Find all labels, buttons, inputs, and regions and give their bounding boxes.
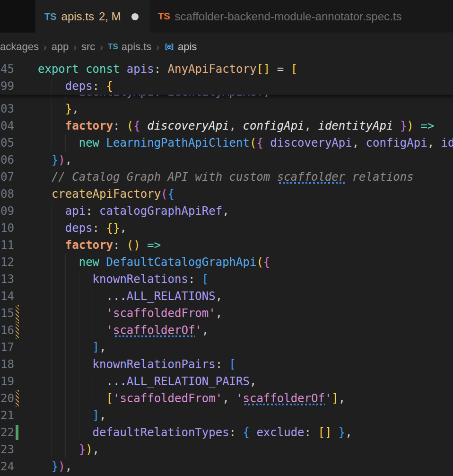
code-token[interactable]: ... [106, 373, 126, 390]
code-token[interactable]: , [72, 100, 78, 117]
code-token[interactable]: {} [106, 220, 120, 237]
code-line-content[interactable]: api: catalogGraphApiRef, [21, 203, 453, 220]
code-token[interactable]: => [147, 237, 161, 254]
code-line-content[interactable]: export const apis: AnyApiFactory[] = [ [21, 61, 453, 78]
code-line[interactable]: 99deps: { [0, 78, 453, 95]
line-number[interactable]: 12 [0, 254, 14, 271]
code-token[interactable]: catalogGraphApiRef [99, 203, 222, 220]
code-token[interactable]: [] [256, 61, 270, 78]
code-token[interactable]: exclude [256, 424, 304, 441]
code-token[interactable]: [ [291, 61, 297, 78]
git-modified-gutter-marker[interactable] [16, 322, 19, 339]
code-line-content[interactable]: ], [21, 407, 453, 424]
code-token[interactable]: : [154, 61, 168, 78]
line-number[interactable]: 03 [0, 100, 14, 117]
code-token[interactable]: } [79, 441, 86, 458]
code-token[interactable]: ) [58, 151, 65, 168]
code-line-content[interactable]: ...ALL_RELATION_PAIRS, [21, 373, 453, 390]
code-token[interactable] [99, 254, 106, 271]
code-line[interactable]: 04factory: ({ discoveryApi, configApi, i… [0, 117, 453, 134]
code-token[interactable]: , [305, 117, 318, 134]
line-number[interactable]: 45 [0, 61, 14, 78]
code-token[interactable]: const [86, 61, 120, 78]
code-token[interactable]: export [38, 61, 79, 78]
code-token[interactable]: id [441, 134, 453, 151]
line-number[interactable]: 05 [0, 134, 14, 151]
line-number[interactable]: 17 [0, 339, 14, 356]
code-line-content[interactable]: ], [21, 339, 453, 356]
code-token[interactable]: { [263, 254, 270, 271]
code-token[interactable]: 'scaffoldedFrom' [113, 390, 222, 407]
code-line-content[interactable]: defaultRelationTypes: { exclude: [] }, [21, 424, 453, 441]
code-line[interactable]: 08createApiFactory({ [0, 185, 453, 203]
code-token[interactable]: [ [106, 390, 113, 407]
code-token[interactable]: ( [250, 134, 256, 151]
code-token[interactable]: { [256, 134, 263, 151]
code-token[interactable]: , [222, 390, 236, 407]
code-token[interactable]: createApiFactory [52, 185, 161, 203]
tab-apis-ts[interactable]: TS apis.ts 2, M [36, 0, 149, 33]
code-line-content[interactable]: }), [21, 151, 453, 168]
line-number[interactable]: 24 [0, 458, 14, 475]
code-token[interactable]: ] [331, 390, 338, 407]
code-token-spellcheck-squiggle[interactable]: scaffolderOf [113, 322, 195, 339]
code-line-content[interactable]: createApiFactory({ [21, 185, 453, 203]
code-token[interactable]: api [65, 203, 86, 220]
editor-gutter[interactable]: 24 [0, 458, 21, 475]
code-line-content[interactable]: knownRelations: [ [21, 271, 453, 288]
editor-gutter[interactable]: 16 [0, 322, 21, 339]
code-token[interactable]: } [52, 151, 58, 168]
editor-gutter[interactable]: 04 [0, 117, 21, 134]
code-token[interactable]: { [243, 424, 249, 441]
code-token[interactable]: : [216, 356, 229, 373]
code-token[interactable]: , [222, 203, 229, 220]
code-token[interactable]: ' [325, 390, 331, 407]
code-token[interactable]: , [99, 407, 106, 424]
code-line[interactable]: 17], [0, 339, 453, 356]
breadcrumb-item-src[interactable]: src [81, 41, 95, 53]
unsaved-changes-dot[interactable] [131, 13, 139, 20]
editor-gutter[interactable]: 99 [0, 78, 21, 95]
line-number[interactable]: 06 [0, 151, 14, 168]
code-token[interactable]: identityApi [318, 117, 393, 134]
code-line-content[interactable]: 'scaffoldedFrom', [21, 305, 453, 322]
code-line[interactable]: 18knownRelationPairs: [ [0, 356, 453, 373]
code-token[interactable]: apis [127, 61, 154, 78]
line-number[interactable]: 22 [0, 424, 14, 441]
code-token[interactable] [250, 424, 256, 441]
editor-gutter[interactable]: 20 [0, 390, 21, 407]
editor-gutter[interactable]: 18 [0, 356, 21, 373]
code-token[interactable]: ] [93, 407, 99, 424]
code-line-content[interactable]: }, [21, 100, 453, 117]
code-token[interactable] [99, 134, 106, 151]
code-token[interactable]: } [65, 100, 72, 117]
code-token[interactable]: , [93, 441, 99, 458]
code-token[interactable]: , [229, 117, 243, 134]
code-token[interactable]: } [339, 424, 345, 441]
editor-gutter[interactable]: 07 [0, 168, 21, 185]
editor-gutter[interactable]: 06 [0, 151, 21, 168]
code-token[interactable]: , [345, 424, 352, 441]
code-line-content[interactable]: }), [21, 441, 453, 458]
code-token[interactable]: deps [65, 220, 93, 237]
code-token[interactable]: knownRelationPairs [93, 356, 216, 373]
code-token[interactable]: ALL_RELATION_PAIRS [127, 373, 250, 390]
code-token[interactable]: ( [256, 254, 263, 271]
code-line[interactable]: 14...ALL_RELATIONS, [0, 288, 453, 305]
breadcrumb-item-packages[interactable]: ackages [0, 41, 39, 53]
code-line[interactable]: 20['scaffoldedFrom', 'scaffolderOf'], [0, 390, 453, 407]
editor-gutter[interactable]: 08 [0, 185, 21, 203]
code-token[interactable]: , [99, 339, 106, 356]
line-number[interactable]: 14 [0, 288, 14, 305]
code-token[interactable] [140, 117, 147, 134]
code-token[interactable]: : [93, 78, 106, 95]
code-line[interactable]: 24}), [0, 458, 453, 475]
code-line-content[interactable]: ['scaffoldedFrom', 'scaffolderOf'], [21, 390, 453, 407]
code-line[interactable]: 16'scaffolderOf', [0, 322, 453, 339]
code-token[interactable]: { [106, 78, 113, 95]
breadcrumb-item-app[interactable]: app [52, 41, 69, 53]
editor-gutter[interactable]: 10 [0, 220, 21, 237]
code-token[interactable]: => [420, 117, 434, 134]
code-line[interactable]: 13knownRelations: [ [0, 271, 453, 288]
code-line-content[interactable]: factory: ({ discoveryApi, configApi, ide… [21, 117, 453, 134]
